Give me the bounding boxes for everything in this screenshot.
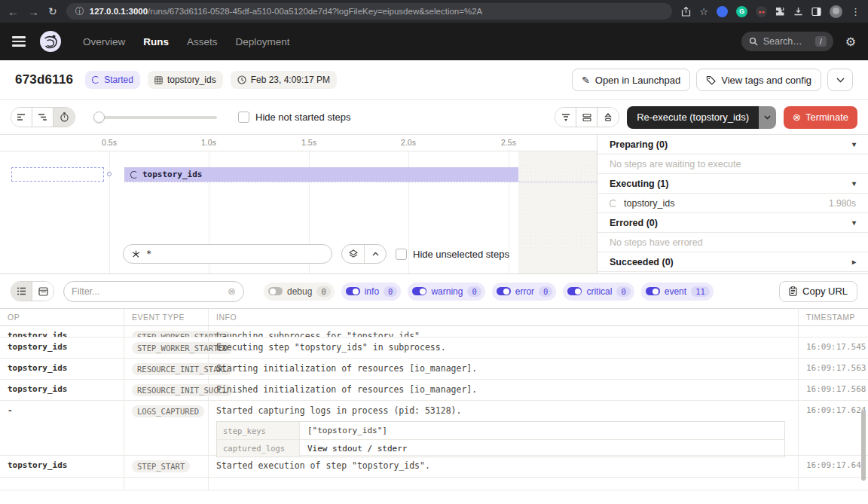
layers-icon[interactable]: [342, 245, 364, 263]
panel-section-errored[interactable]: Errored (0)▾: [598, 213, 868, 233]
panel-section-executing[interactable]: Executing (1)▾: [598, 174, 868, 194]
gantt-connector-dot: [107, 172, 112, 176]
nav-item-runs[interactable]: Runs: [143, 36, 169, 47]
extension-icon-blue[interactable]: [717, 6, 728, 17]
forward-icon[interactable]: →: [28, 5, 39, 18]
log-level-chip-error[interactable]: error0: [492, 283, 557, 301]
step-status-panel: Preparing (0)▾ No steps are waiting to e…: [598, 135, 868, 273]
copy-url-button[interactable]: Copy URL: [779, 281, 857, 302]
zoom-slider[interactable]: [95, 116, 217, 119]
zoom-slider-knob[interactable]: [93, 111, 105, 123]
table-row[interactable]: - LOGS_CAPTURED Started capturing logs i…: [0, 401, 868, 456]
step-selector-input[interactable]: [146, 249, 324, 259]
axis-tick: 0.5s: [94, 138, 124, 147]
browser-avatar[interactable]: [830, 5, 842, 18]
col-info: INFO: [209, 309, 799, 325]
toggle-icon: [646, 287, 660, 295]
log-table-header: OP EVENT TYPE INFO TIMESTAMP: [0, 309, 868, 326]
log-filter-input[interactable]: [72, 286, 223, 297]
log-table: OP EVENT TYPE INFO TIMESTAMP topstory_id…: [0, 309, 868, 490]
extension-icon-grammarly[interactable]: G: [736, 6, 747, 17]
log-scrollbar-thumb[interactable]: [861, 411, 866, 481]
dagster-logo[interactable]: [39, 30, 62, 53]
view-timed-stopwatch-icon[interactable]: [53, 108, 75, 127]
filter-collapse-icon[interactable]: [555, 108, 576, 127]
download-icon[interactable]: [793, 7, 803, 17]
panel-step-duration: 1.980s: [829, 198, 856, 209]
url-path: /runs/673d6116-0528-45df-a510-00a5120de7…: [148, 7, 482, 16]
table-row[interactable]: topstory_ids STEP_START Started executio…: [0, 456, 868, 478]
open-launchpad-button[interactable]: ✎ Open in Launchpad: [572, 69, 690, 91]
run-header: 673d6116 Started topstory_ids Feb 23, 4:…: [0, 60, 868, 100]
eject-panel-icon[interactable]: [598, 108, 619, 127]
search-shortcut: /: [815, 36, 827, 47]
hide-unselected-label: Hide unselected steps: [413, 249, 509, 260]
log-position-group: [555, 107, 619, 127]
side-panel-icon[interactable]: [811, 7, 821, 17]
table-row[interactable]: topstory_ids STEP_WORKER_STARTI… Launchi…: [0, 326, 868, 338]
search-icon: [749, 37, 758, 46]
gantt-queued-box[interactable]: [11, 167, 104, 182]
nav-item-overview[interactable]: Overview: [83, 36, 125, 47]
global-search[interactable]: Search… /: [741, 32, 833, 51]
panel-step-row[interactable]: topstory_ids 1.980s: [598, 194, 868, 213]
log-level-chip-event[interactable]: event11: [641, 283, 714, 301]
caret-down-icon: ▾: [852, 218, 856, 227]
selector-apply-group: [341, 244, 387, 264]
view-tags-config-button[interactable]: View tags and config: [696, 69, 821, 91]
browser-menu-icon[interactable]: ⋮: [851, 6, 860, 17]
panel-section-preparing[interactable]: Preparing (0)▾: [598, 135, 868, 154]
hide-not-started-label: Hide not started steps: [255, 111, 350, 123]
reexecute-button[interactable]: Re-execute (topstory_ids): [627, 106, 759, 129]
log-list-view-icon[interactable]: [11, 282, 32, 301]
url-host: 127.0.0.1:3000: [90, 7, 148, 16]
reload-icon[interactable]: ↻: [48, 5, 57, 17]
gantt-time-axis: 0.5s 1.0s 1.5s 2.0s 2.5s: [0, 135, 597, 151]
chevron-down-icon: [836, 78, 845, 83]
terminate-button[interactable]: ⊗ Terminate: [784, 106, 857, 129]
op-selector-icon: [131, 249, 141, 259]
gantt-step-bar[interactable]: topstory_ids: [124, 167, 518, 182]
view-stdout-stderr-link[interactable]: View stdout / stderr: [300, 440, 784, 457]
reexecute-chevron-button[interactable]: [759, 106, 776, 129]
log-level-chip-warning[interactable]: warning0: [408, 283, 484, 301]
back-icon[interactable]: ←: [8, 5, 19, 18]
table-row[interactable]: topstory_ids STEP_WORKER_STARTED Executi…: [0, 338, 868, 359]
nav-item-deployment[interactable]: Deployment: [236, 36, 290, 47]
log-structured-view-icon[interactable]: [32, 282, 53, 301]
log-level-chip-critical[interactable]: critical0: [563, 283, 634, 301]
table-row-empty: [0, 478, 868, 490]
log-level-chip-debug[interactable]: debug0: [264, 283, 335, 301]
view-waterfall-icon[interactable]: [32, 108, 53, 127]
url-bar[interactable]: ⓘ 127.0.0.1:3000/runs/673d6116-0528-45df…: [66, 3, 673, 20]
run-actions-chevron-button[interactable]: [827, 69, 853, 91]
settings-gear-icon[interactable]: ⚙: [845, 35, 856, 49]
chevron-up-icon[interactable]: [364, 245, 386, 263]
split-rows-icon[interactable]: [576, 108, 598, 127]
gantt-view-mode-group: [11, 107, 75, 127]
extensions-puzzle-icon[interactable]: [775, 7, 785, 17]
search-placeholder: Search…: [763, 36, 802, 47]
tag-icon: [706, 75, 716, 85]
axis-tick: 2.5s: [494, 138, 524, 147]
spinner-icon: [92, 76, 99, 84]
table-row[interactable]: topstory_ids RESOURCE_INIT_SUCC… Finishe…: [0, 380, 868, 401]
page-info-icon[interactable]: ⓘ: [75, 5, 84, 18]
view-flat-icon[interactable]: [11, 108, 32, 127]
extension-icon-dark[interactable]: ●●: [756, 6, 767, 17]
grid-icon: [154, 76, 163, 84]
hide-not-started-checkbox[interactable]: [238, 111, 249, 123]
log-filter-input-wrap: ⊗: [63, 281, 244, 302]
hide-unselected-checkbox[interactable]: [396, 249, 407, 260]
clear-filter-icon[interactable]: ⊗: [228, 286, 236, 297]
bookmark-star-icon[interactable]: ☆: [699, 6, 708, 17]
log-level-chip-info[interactable]: info0: [341, 283, 402, 301]
table-row[interactable]: topstory_ids RESOURCE_INIT_STAR… Startin…: [0, 359, 868, 380]
run-status-badge: Started: [85, 71, 140, 89]
panel-section-succeeded[interactable]: Succeeded (0)▸: [598, 252, 868, 272]
run-job-tag[interactable]: topstory_ids: [148, 71, 223, 89]
share-icon[interactable]: [681, 7, 691, 17]
nav-item-assets[interactable]: Assets: [187, 36, 218, 47]
app-nav: Overview Runs Assets Deployment Search… …: [0, 23, 868, 60]
hamburger-menu-icon[interactable]: [12, 36, 26, 47]
